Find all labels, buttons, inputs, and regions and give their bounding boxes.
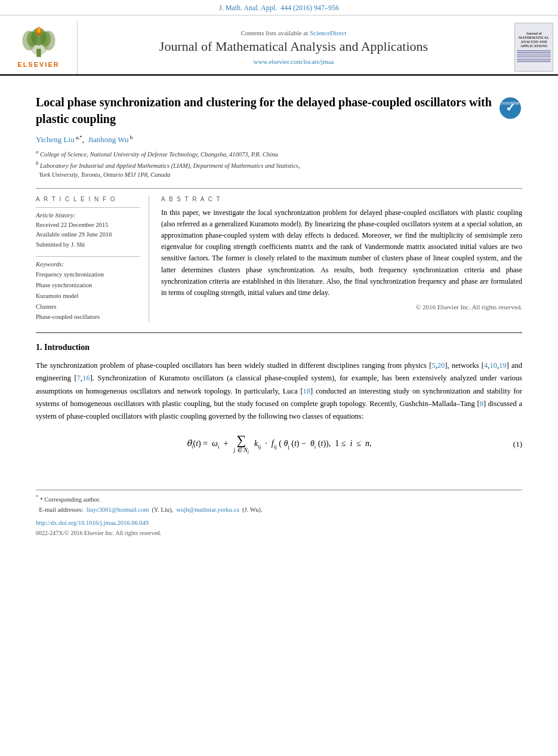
abstract-label: A B S T R A C T bbox=[161, 196, 522, 202]
corresponding-author-note: * * Corresponding author. bbox=[36, 494, 522, 505]
keyword-3: Kuramoto model bbox=[36, 291, 140, 302]
footer-divider bbox=[36, 490, 522, 490]
elsevier-tree-icon bbox=[15, 27, 63, 60]
equation-1-block: θ̇i(t) = ωi + ∑ j ∈ Ni kij · fij ( θj (t… bbox=[36, 434, 522, 455]
received-date: Received 22 December 2015 bbox=[36, 220, 140, 231]
ref-8[interactable]: 8 bbox=[480, 399, 483, 408]
keyword-1: Frequency synchronization bbox=[36, 269, 140, 280]
ref-19[interactable]: 19 bbox=[499, 361, 507, 370]
journal-url[interactable]: www.elsevier.com/locate/jmaa bbox=[254, 58, 334, 65]
affiliation-a: a College of Science, National Universit… bbox=[36, 148, 522, 159]
keyword-4: Clusters bbox=[36, 302, 140, 312]
paper-title-section: Local phase synchronization and clusteri… bbox=[36, 88, 522, 127]
author-2-sup: b bbox=[129, 134, 133, 140]
crossmark-icon: ✓ CrossMark bbox=[498, 96, 522, 120]
keywords-section: Keywords: Frequency synchronization Phas… bbox=[36, 256, 140, 322]
section-divider bbox=[36, 332, 522, 333]
svg-point-8 bbox=[37, 27, 41, 32]
authors-line: Yicheng Liu a,*, Jianhong Wu b bbox=[36, 134, 522, 145]
ref-5[interactable]: 5 bbox=[431, 361, 435, 370]
elsevier-logo-area: ELSEVIER bbox=[0, 20, 78, 74]
author-1-sup: a,* bbox=[75, 134, 82, 140]
copyright-line: © 2016 Elsevier Inc. All rights reserved… bbox=[161, 303, 522, 311]
svg-point-5 bbox=[26, 31, 37, 47]
article-history: Article history: Received 22 December 20… bbox=[36, 207, 140, 250]
journal-header: ELSEVIER Contents lists available at Sci… bbox=[0, 16, 558, 76]
journal-citation: J. Math. Anal. Appl. 444 (2016) 947–956 bbox=[0, 0, 558, 16]
abstract-text: In this paper, we investigate the local … bbox=[161, 207, 522, 299]
main-content: Local phase synchronization and clusteri… bbox=[0, 76, 558, 478]
equation-1-number: (1) bbox=[513, 440, 522, 449]
affiliation-b: b Laboratory for Industrial and Applied … bbox=[36, 159, 522, 180]
history-title: Article history: bbox=[36, 211, 140, 219]
introduction-title: 1. Introduction bbox=[36, 343, 522, 352]
equation-1-content: θ̇i(t) = ωi + ∑ j ∈ Ni kij · fij ( θj (t… bbox=[187, 434, 372, 455]
ref-7[interactable]: 7 bbox=[77, 374, 81, 382]
journal-cover-image: Journal ofMATHEMATICALANALYSIS ANDAPPLIC… bbox=[514, 23, 553, 72]
email-2-link[interactable]: wujh@mathstat.yorku.ca bbox=[177, 506, 239, 513]
issn-line: 0022-247X/© 2016 Elsevier Inc. All right… bbox=[36, 530, 522, 536]
email-1-link[interactable]: liuyc3001@hotmail.com bbox=[87, 506, 149, 513]
ref-10[interactable]: 10 bbox=[489, 361, 497, 370]
footer-area: * * Corresponding author. E-mail address… bbox=[0, 490, 558, 545]
submitted-by: Submitted by J. Shi bbox=[36, 240, 140, 250]
svg-text:CrossMark: CrossMark bbox=[499, 100, 522, 106]
footnote-area: * * Corresponding author. E-mail address… bbox=[36, 494, 522, 515]
doi-link[interactable]: http://dx.doi.org/10.1016/j.jmaa.2016.06… bbox=[36, 520, 149, 526]
ref-16[interactable]: 16 bbox=[82, 374, 90, 382]
volume-text: 444 (2016) 947–956 bbox=[280, 4, 339, 12]
author-1-name: Yicheng Liu bbox=[36, 135, 75, 144]
article-info-abstract-section: A R T I C L E I N F O Article history: R… bbox=[36, 188, 522, 323]
citation-text: J. Math. Anal. Appl. bbox=[219, 4, 277, 12]
article-info-label: A R T I C L E I N F O bbox=[36, 196, 140, 202]
sciencedirect-link[interactable]: ScienceDirect bbox=[310, 29, 347, 36]
contents-line: Contents lists available at ScienceDirec… bbox=[241, 29, 346, 36]
journal-name: Journal of Mathematical Analysis and App… bbox=[159, 39, 428, 54]
article-info-column: A R T I C L E I N F O Article history: R… bbox=[36, 196, 149, 323]
affiliations: a College of Science, National Universit… bbox=[36, 148, 522, 179]
abstract-column: A B S T R A C T In this paper, we invest… bbox=[161, 196, 522, 323]
author-2-name: Jianhong Wu bbox=[88, 135, 128, 144]
keyword-2: Phase synchronization bbox=[36, 280, 140, 291]
svg-point-6 bbox=[39, 31, 50, 47]
keywords-title: Keywords: bbox=[36, 260, 140, 268]
elsevier-brand: ELSEVIER bbox=[17, 61, 59, 68]
doi-line: http://dx.doi.org/10.1016/j.jmaa.2016.06… bbox=[36, 518, 522, 527]
email-line: E-mail addresses: liuyc3001@hotmail.com … bbox=[36, 505, 522, 515]
keyword-5: Phase-coupled oscillators bbox=[36, 312, 140, 322]
ref-20[interactable]: 20 bbox=[437, 361, 445, 370]
ref-4[interactable]: 4 bbox=[484, 361, 488, 370]
journal-title-area: Contents lists available at ScienceDirec… bbox=[78, 20, 510, 74]
paper-title: Local phase synchronization and clusteri… bbox=[36, 94, 492, 127]
available-date: Available online 29 June 2016 bbox=[36, 230, 140, 240]
ref-18[interactable]: 18 bbox=[303, 387, 311, 395]
introduction-paragraph: The synchronization problem of phase-cou… bbox=[36, 359, 522, 423]
